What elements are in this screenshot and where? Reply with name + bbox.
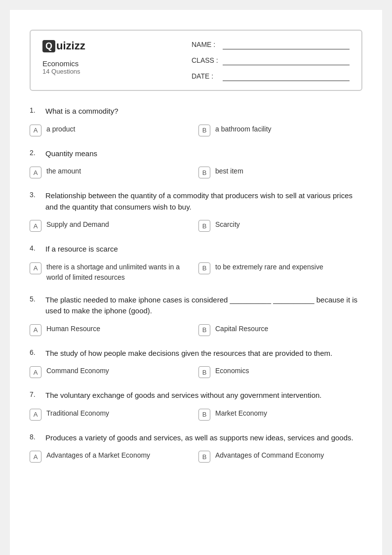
answer-col: BMarket Economy: [198, 408, 362, 421]
answer-text: Economics: [215, 366, 362, 376]
name-input-line[interactable]: [223, 40, 350, 49]
answer-badge: A: [30, 451, 41, 463]
answer-text: Human Resource: [46, 324, 194, 334]
answer-text: the amount: [46, 166, 194, 176]
question-number: 4.: [30, 244, 45, 252]
logo-q-badge: Q: [42, 40, 55, 52]
answer-badge: A: [30, 167, 41, 178]
answer-col: BEconomics: [198, 366, 362, 378]
question-number: 8.: [30, 432, 45, 441]
answer-badge: B: [198, 324, 210, 336]
answer-badge: B: [198, 451, 210, 463]
answer-col: ATraditional Economy: [30, 408, 194, 421]
class-field-row: CLASS :: [192, 55, 350, 65]
question-count: 14 Questions: [42, 68, 192, 75]
question-text: If a resource is scarce: [45, 244, 362, 255]
question-text: The plastic needed to make iphone cases …: [45, 295, 362, 317]
answer-col: Athere is a shortage and unlimited wants…: [30, 262, 194, 283]
answer-badge: A: [30, 324, 41, 336]
answer-col: BScarcity: [198, 219, 362, 232]
question-text: The voluntary exchange of goods and serv…: [45, 390, 362, 401]
question-number: 6.: [30, 348, 45, 356]
question-text: Produces a variety of goods and services…: [45, 432, 362, 444]
question-number: 7.: [30, 390, 45, 398]
answer-col: AAdvantages of a Market Economy: [30, 450, 194, 463]
answer-col: Aa product: [30, 124, 194, 136]
answer-text: a bathroom facility: [215, 124, 362, 134]
question-item: 5.The plastic needed to make iphone case…: [30, 295, 362, 336]
question-text-row: 5.The plastic needed to make iphone case…: [30, 295, 362, 317]
date-field-row: DATE :: [192, 71, 350, 81]
question-text: Quantity means: [45, 148, 362, 160]
answers-row: Athe amountBbest item: [30, 166, 362, 178]
name-label: NAME :: [192, 41, 219, 48]
question-text-row: 7.The voluntary exchange of goods and se…: [30, 390, 362, 401]
question-item: 1.What is a commodity?Aa productBa bathr…: [30, 106, 362, 136]
question-text-row: 4.If a resource is scarce: [30, 244, 362, 255]
questions-section: 1.What is a commodity?Aa productBa bathr…: [30, 106, 362, 463]
answer-badge: B: [198, 220, 210, 232]
question-item: 8.Produces a variety of goods and servic…: [30, 432, 362, 463]
answer-badge: B: [198, 409, 210, 421]
answers-row: AHuman ResourceBCapital Resource: [30, 324, 362, 336]
answer-col: BCapital Resource: [198, 324, 362, 336]
answer-col: AHuman Resource: [30, 324, 194, 336]
name-field-row: NAME :: [192, 40, 350, 49]
question-item: 6.The study of how people make decisions…: [30, 348, 362, 379]
answers-row: AAdvantages of a Market EconomyBAdvantag…: [30, 450, 362, 463]
answer-col: ACommand Economy: [30, 366, 194, 378]
question-text: What is a commodity?: [45, 106, 362, 117]
date-input-line[interactable]: [223, 71, 350, 81]
answer-text: Scarcity: [215, 219, 362, 230]
logo-text: uizizz: [56, 40, 85, 52]
answer-badge: B: [198, 366, 210, 378]
answer-text: Advantages of a Market Economy: [46, 450, 194, 461]
answer-text: Supply and Demand: [46, 219, 194, 230]
question-text-row: 6.The study of how people make decisions…: [30, 348, 362, 359]
logo: Q uizizz: [42, 40, 192, 52]
answer-badge: B: [198, 262, 210, 274]
question-text: The study of how people make decisions g…: [45, 348, 362, 359]
answer-text: best item: [215, 166, 362, 176]
answer-text: Traditional Economy: [46, 408, 194, 419]
page: Q uizizz Economics 14 Questions NAME : C…: [10, 10, 382, 555]
question-item: 2.Quantity meansAthe amountBbest item: [30, 148, 362, 179]
answer-text: there is a shortage and unlimited wants …: [46, 262, 194, 283]
question-item: 7.The voluntary exchange of goods and se…: [30, 390, 362, 421]
class-label: CLASS :: [192, 56, 219, 64]
answer-col: Bbest item: [198, 166, 362, 178]
answers-row: ATraditional EconomyBMarket Economy: [30, 408, 362, 421]
answer-text: Advantages of Command Economy: [215, 450, 362, 461]
question-number: 5.: [30, 295, 45, 303]
question-number: 3.: [30, 190, 45, 199]
date-label: DATE :: [192, 72, 219, 80]
question-text-row: 3.Relationship between the quantity of a…: [30, 190, 362, 213]
answer-col: Athe amount: [30, 166, 194, 178]
answer-badge: A: [30, 366, 41, 378]
question-text: Relationship between the quantity of a c…: [45, 190, 362, 213]
answer-badge: A: [30, 262, 41, 274]
answer-col: ASupply and Demand: [30, 219, 194, 232]
answer-badge: B: [198, 167, 210, 178]
question-number: 2.: [30, 148, 45, 157]
answer-text: to be extremely rare and expensive: [215, 262, 362, 272]
answer-text: Capital Resource: [215, 324, 362, 334]
answers-row: ACommand EconomyBEconomics: [30, 366, 362, 378]
answer-badge: B: [198, 125, 210, 136]
answer-col: BAdvantages of Command Economy: [198, 450, 362, 463]
class-input-line[interactable]: [223, 55, 350, 65]
answers-row: Aa productBa bathroom facility: [30, 124, 362, 136]
answer-text: Command Economy: [46, 366, 194, 376]
question-number: 1.: [30, 106, 45, 114]
question-text-row: 1.What is a commodity?: [30, 106, 362, 117]
answer-text: a product: [46, 124, 194, 134]
answer-badge: A: [30, 220, 41, 232]
answer-badge: A: [30, 409, 41, 421]
answer-badge: A: [30, 125, 41, 136]
answer-col: Ba bathroom facility: [198, 124, 362, 136]
answer-col: Bto be extremely rare and expensive: [198, 262, 362, 274]
question-item: 4.If a resource is scarceAthere is a sho…: [30, 244, 362, 283]
question-text-row: 2.Quantity means: [30, 148, 362, 160]
answer-text: Market Economy: [215, 408, 362, 419]
question-item: 3.Relationship between the quantity of a…: [30, 190, 362, 232]
